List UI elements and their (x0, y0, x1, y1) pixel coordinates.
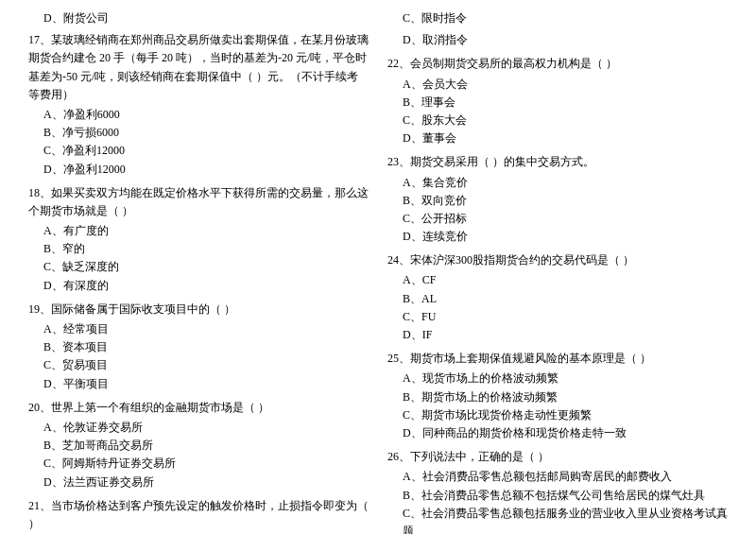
q18-option-b: B、窄的 (28, 240, 369, 258)
q20-option-d: D、法兰西证券交易所 (28, 474, 369, 491)
q19-option-d: D、平衡项目 (28, 375, 369, 393)
page-container: D、附货公司 17、某玻璃经销商在郑州商品交易所做卖出套期保值，在某月份玻璃期货… (28, 9, 728, 534)
q25-option-a: A、现货市场上的价格波动频繁 (387, 370, 728, 388)
q20-option-a: A、伦敦证券交易所 (28, 419, 369, 437)
option-d-text: D、取消指令 (387, 31, 728, 49)
question-26-text: 26、下列说法中，正确的是（ ） (387, 448, 728, 466)
q24-option-d: D、IF (387, 326, 728, 344)
right-column: C、限时指令 D、取消指令 22、会员制期货交易所的最高权力机构是（ ） A、会… (387, 9, 728, 534)
question-24-text: 24、宋体沪深300股指期货合约的交易代码是（ ） (387, 251, 728, 269)
q17-option-d: D、净盈利12000 (28, 161, 369, 179)
q19-option-a: A、经常项目 (28, 320, 369, 338)
question-19: 19、国际储备属于国际收支项目中的（ ） A、经常项目 B、资本项目 C、贸易项… (28, 301, 369, 393)
question-21: 21、当市场价格达到客户预先设定的触发价格时，止损指令即变为（ ） A、限价指令… (28, 497, 369, 534)
question-23: 23、期货交易采用（ ）的集中交易方式。 A、集合竞价 B、双向竞价 C、公开招… (387, 153, 728, 246)
q17-option-b: B、净亏损6000 (28, 124, 369, 142)
q25-option-b: B、期货市场上的价格波动频繁 (387, 388, 728, 406)
q24-option-a: A、CF (387, 271, 728, 289)
q22-option-c: C、股东大会 (387, 112, 728, 129)
option-text: D、附货公司 (28, 9, 369, 27)
q26-option-c: C、社会消费品零售总额包括服务业的营业收入里从业资格考试真题 (387, 505, 728, 534)
question-17: 17、某玻璃经销商在郑州商品交易所做卖出套期保值，在某月份玻璃期货合约建仓 20… (28, 31, 369, 179)
question-20: 20、世界上第一个有组织的金融期货市场是（ ） A、伦敦证券交易所 B、芝加哥商… (28, 399, 369, 491)
option-c-text: C、限时指令 (387, 9, 728, 27)
right-top-option-c: C、限时指令 (387, 9, 728, 27)
left-column: D、附货公司 17、某玻璃经销商在郑州商品交易所做卖出套期保值，在某月份玻璃期货… (28, 9, 369, 534)
question-17-text: 17、某玻璃经销商在郑州商品交易所做卖出套期保值，在某月份玻璃期货合约建仓 20… (28, 31, 369, 104)
q18-option-d: D、有深度的 (28, 277, 369, 295)
question-21-text: 21、当市场价格达到客户预先设定的触发价格时，止损指令即变为（ ） (28, 497, 369, 533)
question-20-text: 20、世界上第一个有组织的金融期货市场是（ ） (28, 399, 369, 417)
right-top-option-d: D、取消指令 (387, 31, 728, 49)
question-24: 24、宋体沪深300股指期货合约的交易代码是（ ） A、CF B、AL C、FU… (387, 251, 728, 344)
q17-option-a: A、净盈利6000 (28, 106, 369, 124)
q20-option-b: B、芝加哥商品交易所 (28, 437, 369, 455)
q25-option-d: D、同种商品的期货价格和现货价格走特一致 (387, 424, 728, 442)
q22-option-b: B、理事会 (387, 94, 728, 112)
question-25: 25、期货市场上套期保值规避风险的基本原理是（ ） A、现货市场上的价格波动频繁… (387, 350, 728, 442)
q23-option-d: D、连续竞价 (387, 228, 728, 246)
q24-option-b: B、AL (387, 290, 728, 308)
question-22: 22、会员制期货交易所的最高权力机构是（ ） A、会员大会 B、理事会 C、股东… (387, 55, 728, 147)
q26-option-b: B、社会消费品零售总额不包括煤气公司售给居民的煤气灶具 (387, 487, 728, 505)
question-22-text: 22、会员制期货交易所的最高权力机构是（ ） (387, 55, 728, 73)
question-26: 26、下列说法中，正确的是（ ） A、社会消费品零售总额包括邮局购寄居民的邮费收… (387, 448, 728, 534)
q18-option-a: A、有广度的 (28, 222, 369, 240)
q23-option-a: A、集合竞价 (387, 174, 728, 192)
q26-option-a: A、社会消费品零售总额包括邮局购寄居民的邮费收入 (387, 468, 728, 486)
q23-option-b: B、双向竞价 (387, 192, 728, 210)
q22-option-a: A、会员大会 (387, 76, 728, 94)
q17-option-c: C、净盈利12000 (28, 142, 369, 160)
two-column-layout: D、附货公司 17、某玻璃经销商在郑州商品交易所做卖出套期保值，在某月份玻璃期货… (28, 9, 728, 534)
q23-option-c: C、公开招标 (387, 210, 728, 228)
left-top-option-d: D、附货公司 (28, 9, 369, 27)
q22-option-d: D、董事会 (387, 129, 728, 147)
question-19-text: 19、国际储备属于国际收支项目中的（ ） (28, 301, 369, 319)
q18-option-c: C、缺乏深度的 (28, 258, 369, 276)
q19-option-b: B、资本项目 (28, 338, 369, 356)
q20-option-c: C、阿姆斯特丹证券交易所 (28, 455, 369, 473)
q25-option-c: C、期货市场比现货价格走动性更频繁 (387, 406, 728, 424)
question-23-text: 23、期货交易采用（ ）的集中交易方式。 (387, 153, 728, 171)
question-25-text: 25、期货市场上套期保值规避风险的基本原理是（ ） (387, 350, 728, 368)
question-18-text: 18、如果买卖双方均能在既定价格水平下获得所需的交易量，那么这个期货市场就是（ … (28, 184, 369, 220)
q24-option-c: C、FU (387, 308, 728, 326)
question-18: 18、如果买卖双方均能在既定价格水平下获得所需的交易量，那么这个期货市场就是（ … (28, 184, 369, 295)
q19-option-c: C、贸易项目 (28, 356, 369, 374)
